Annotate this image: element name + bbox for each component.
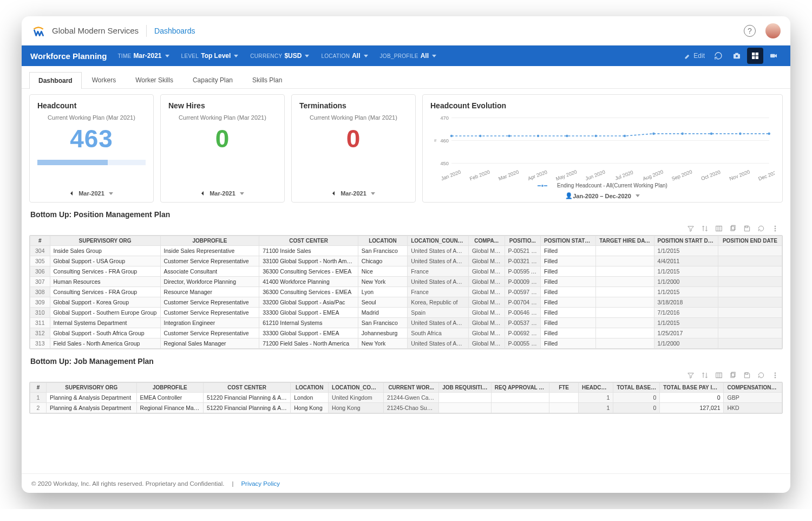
user-avatar[interactable] [765,23,781,38]
save-icon[interactable] [743,371,751,380]
svg-point-25 [739,133,742,135]
table-row[interactable]: 313Field Sales - North America GroupRegi… [30,338,782,349]
video-icon[interactable] [765,48,782,64]
card-subtitle: Current Working Plan (Mar 2021) [37,114,146,121]
svg-rect-46 [716,373,722,377]
filter-currency[interactable]: CURRENCY$USD [250,52,309,60]
page-title: Workforce Planning [30,51,107,61]
period-dropdown[interactable]: Mar-2021 [168,186,277,197]
table-row[interactable]: 304Inside Sales GroupInside Sales Repres… [30,246,782,256]
table-row[interactable]: 309Global Support - Korea GroupCustomer … [30,297,782,308]
col-header[interactable]: JOB REQUISITION [439,383,492,393]
col-header[interactable]: SUPERVISORY ORG [50,236,160,246]
svg-point-52 [775,377,776,378]
table-row[interactable]: 308Consulting Services - FRA GroupResour… [30,287,782,297]
table-row[interactable]: 312Global Support - South Africa GroupCu… [30,328,782,338]
col-header[interactable]: JOBPROFILE [160,236,259,246]
copy-icon[interactable] [729,371,737,380]
camera-icon[interactable] [729,48,745,64]
legend-label: Ending Headcount - All(Current Working P… [557,183,667,188]
col-header[interactable]: LOCATION_COUNTRY [408,236,469,246]
edit-button[interactable]: Edit [684,52,705,60]
col-header[interactable]: # [30,236,50,246]
col-header[interactable]: JOBPROFILE [136,383,204,393]
col-header[interactable]: LOCATION_COUNTRY [329,383,384,393]
content-area: Headcount Current Working Plan (Mar 2021… [22,89,790,473]
period-dropdown[interactable]: Mar-2021 [37,186,146,197]
filter-time[interactable]: TIMEMar-2021 [117,52,169,60]
svg-point-17 [508,135,510,138]
table-row[interactable]: 306Consulting Services - FRA GroupAssoci… [30,266,782,277]
filter-job-profile[interactable]: JOB_PROFILEAll [380,52,436,60]
col-header[interactable]: LOCATION [291,383,329,393]
save-icon[interactable] [743,224,751,233]
col-header[interactable]: COST CENTER [204,383,291,393]
col-header[interactable]: POSITIO... [505,236,541,246]
col-header[interactable]: COMPENSATION_CU... [724,383,782,393]
col-header[interactable]: CURRENT WOR... [384,383,439,393]
col-header[interactable]: POSITION STATUS [541,236,596,246]
col-header[interactable]: TOTAL BASE PAY [613,383,660,393]
col-header[interactable]: FTE [549,383,579,393]
col-header[interactable]: # [30,383,47,393]
sort-icon[interactable] [700,371,709,380]
tab-worker-skills[interactable]: Worker Skills [126,71,182,88]
copy-icon[interactable] [729,224,737,233]
svg-rect-49 [745,373,748,374]
table-row[interactable]: 1Planning & Analysis DepartmentEMEA Cont… [30,393,782,403]
filter-location[interactable]: LOCATIONAll [321,52,368,60]
col-header[interactable]: COST CENTER [259,236,358,246]
period-dropdown[interactable]: Mar-2021 [299,186,408,197]
job-plan-grid[interactable]: #SUPERVISORY ORGJOBPROFILECOST CENTERLOC… [29,382,783,414]
table-row[interactable]: 307Human ResourcesDirector, Workforce Pl… [30,277,782,287]
table-row[interactable]: 305Global Support - USA GroupCustomer Se… [30,256,782,266]
svg-point-19 [566,135,568,138]
filter-icon[interactable] [686,371,695,380]
help-icon[interactable]: ? [744,25,756,37]
table-row[interactable]: 311Internal Systems DepartmentIntegratio… [30,318,782,328]
col-header[interactable]: POSITION END DATE [718,236,782,246]
svg-point-20 [594,135,597,138]
breadcrumb-link[interactable]: Dashboards [154,27,195,35]
col-header[interactable]: LOCATION [358,236,407,246]
card-title: Headcount Evolution [430,101,775,110]
svg-text:450: 450 [440,161,448,166]
col-header[interactable]: TARGET HIRE DATE [596,236,654,246]
card-new-hires: New Hires Current Working Plan (Mar 2021… [160,94,285,203]
more-icon[interactable] [771,371,780,380]
col-header[interactable]: POSITION START DATE [654,236,718,246]
svg-point-50 [775,373,776,374]
col-header[interactable]: TOTAL BASE PAY INPUT [660,383,724,393]
tab-dashboard[interactable]: Dashboard [29,72,82,89]
chart-range-dropdown[interactable]: 👤Jan-2020 – Dec-2020 [430,188,775,199]
sort-icon[interactable] [700,224,709,233]
tab-skills-plan[interactable]: Skills Plan [243,71,291,88]
svg-point-1 [736,55,738,57]
card-terminations: Terminations Current Working Plan (Mar 2… [291,94,416,203]
svg-rect-40 [731,226,734,231]
refresh-icon[interactable] [710,48,726,64]
privacy-link[interactable]: Privacy Policy [241,480,280,487]
tab-capacity-plan[interactable]: Capacity Plan [184,71,242,88]
table-row[interactable]: 2Planning & Analysis DepartmentRegional … [30,403,782,413]
col-header[interactable]: COMPA... [468,236,505,246]
svg-point-15 [450,135,453,138]
more-icon[interactable] [771,224,780,233]
filter-level[interactable]: LEVELTop Level [181,52,239,60]
svg-text:Dec 2020: Dec 2020 [758,169,775,181]
columns-icon[interactable] [715,224,723,233]
svg-point-22 [652,133,655,135]
position-plan-grid[interactable]: #SUPERVISORY ORGJOBPROFILECOST CENTERLOC… [29,235,783,349]
refresh-icon[interactable] [757,371,765,380]
col-header[interactable]: HEADCO... [578,383,613,393]
progress-bar [37,160,146,165]
table-row[interactable]: 310Global Support - Southern Europe Grou… [30,308,782,318]
columns-icon[interactable] [715,371,723,380]
filter-icon[interactable] [686,224,695,233]
refresh-icon[interactable] [757,224,765,233]
col-header[interactable]: SUPERVISORY ORG [47,383,137,393]
tab-workers[interactable]: Workers [83,71,125,88]
col-header[interactable]: REQ APPROVAL DATE [491,383,549,393]
svg-text:Aug 2020: Aug 2020 [642,169,664,181]
grid-view-icon[interactable] [747,48,763,64]
